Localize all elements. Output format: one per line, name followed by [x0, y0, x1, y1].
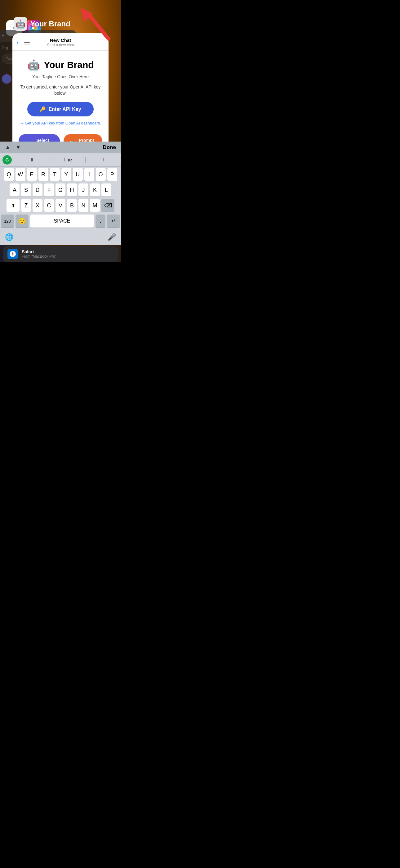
key-a[interactable]: A: [10, 183, 20, 196]
key-t[interactable]: T: [50, 168, 60, 181]
key-n[interactable]: N: [78, 199, 88, 212]
key-j[interactable]: J: [78, 183, 88, 196]
handoff-bar[interactable]: Safari From "MacBook Pro": [3, 246, 118, 262]
app-icon-main: 🤖: [14, 17, 27, 31]
key-o[interactable]: O: [96, 168, 106, 181]
key-c[interactable]: C: [44, 199, 54, 212]
key-row-4: 123 🙂 space . ↵: [1, 215, 120, 227]
red-arrow-annotation: [77, 8, 121, 45]
key-g[interactable]: G: [56, 183, 65, 196]
suggestion-it[interactable]: It: [14, 156, 49, 164]
api-instruction: To get started, enter your OpenAI API ke…: [19, 84, 102, 96]
key-r[interactable]: R: [38, 168, 48, 181]
handoff-app-name: Safari: [22, 249, 57, 254]
keyboard-toolbar: ▲ ▼ Done: [0, 142, 121, 153]
keyboard-bottom-bar: 🌐 🎤: [0, 231, 121, 245]
keyboard: ▲ ▼ Done G It The I Q W E R T Y U I O P …: [0, 142, 121, 245]
brand-header: 🤖 Your Brand: [27, 58, 94, 72]
key-e[interactable]: E: [27, 168, 37, 181]
key-b[interactable]: B: [67, 199, 77, 212]
key-m[interactable]: M: [90, 199, 100, 212]
key-k[interactable]: K: [90, 183, 100, 196]
globe-icon[interactable]: 🌐: [5, 233, 13, 241]
key-f[interactable]: F: [44, 183, 54, 196]
delete-button[interactable]: ⌫: [101, 199, 114, 212]
enter-api-key-button[interactable]: 🔑 Enter API Key: [27, 102, 93, 116]
back-button[interactable]: ‹: [17, 39, 19, 46]
emoji-button[interactable]: 🙂: [15, 215, 29, 227]
key-p[interactable]: P: [107, 168, 117, 181]
key-s[interactable]: S: [21, 183, 31, 196]
key-row-3: ⬆ Z X C V B N M ⌫: [1, 199, 120, 212]
key-u[interactable]: U: [73, 168, 83, 181]
key-h[interactable]: H: [67, 183, 77, 196]
enter-api-key-label: Enter API Key: [48, 106, 81, 112]
app-title: Your Brand: [30, 20, 70, 28]
key-z[interactable]: Z: [21, 199, 31, 212]
arrow-down-button[interactable]: ▼: [15, 144, 21, 151]
key-icon: 🔑: [40, 106, 46, 112]
grammarly-icon: G: [2, 155, 12, 164]
space-button[interactable]: space: [30, 215, 94, 227]
bg-card-menu-icon: ≡: [2, 33, 4, 38]
numbers-button[interactable]: 123: [1, 215, 14, 227]
key-i[interactable]: I: [84, 168, 94, 181]
key-x[interactable]: X: [33, 199, 42, 212]
key-d[interactable]: D: [33, 183, 42, 196]
suggestions-row: G It The I: [0, 153, 121, 167]
key-y[interactable]: Y: [61, 168, 71, 181]
app-icon-emoji: 🤖: [15, 19, 26, 29]
suggestion-the[interactable]: The: [50, 156, 85, 164]
key-w[interactable]: W: [15, 168, 26, 181]
key-row-1: Q W E R T Y U I O P: [1, 168, 120, 181]
safari-handoff-icon: [7, 249, 18, 259]
handoff-source: From "MacBook Pro": [22, 254, 57, 258]
arrow-up-button[interactable]: ▲: [5, 144, 10, 151]
key-l[interactable]: L: [101, 183, 111, 196]
return-button[interactable]: ↵: [107, 215, 120, 227]
key-row-2: A S D F G H J K L: [1, 183, 120, 196]
hamburger-line-2: [24, 42, 30, 43]
microphone-icon[interactable]: 🎤: [108, 233, 116, 241]
api-dashboard-link[interactable]: → Get your API key from Open AI dashboar…: [20, 121, 101, 125]
key-v[interactable]: V: [56, 199, 65, 212]
toolbar-arrows: ▲ ▼: [5, 144, 21, 151]
keyboard-rows: Q W E R T Y U I O P A S D F G H J K L ⬆ …: [0, 167, 121, 231]
brand-icon-emoji: 🤖: [28, 59, 40, 71]
suggestion-i[interactable]: I: [86, 156, 121, 164]
period-button[interactable]: .: [96, 215, 105, 227]
brand-icon: 🤖: [27, 58, 41, 72]
key-q[interactable]: Q: [4, 168, 14, 181]
shift-button[interactable]: ⬆: [6, 199, 20, 212]
hamburger-line-1: [24, 41, 30, 41]
hamburger-button[interactable]: [24, 41, 30, 44]
hamburger-line-3: [24, 44, 30, 44]
brand-title: Your Brand: [44, 60, 94, 70]
handoff-text: Safari From "MacBook Pro": [22, 249, 57, 258]
done-button[interactable]: Done: [103, 144, 116, 151]
tagline: Your Tagline Goes Over Here: [32, 74, 89, 79]
